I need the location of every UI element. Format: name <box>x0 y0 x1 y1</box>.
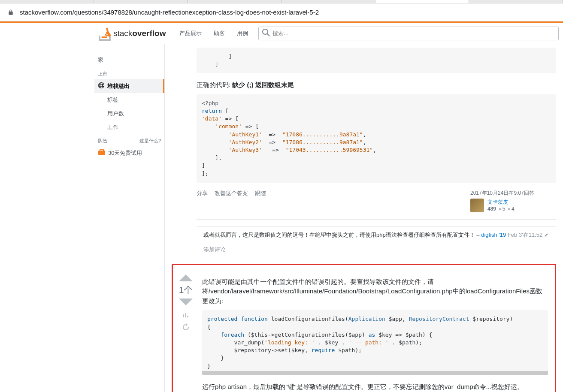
logo-text: stackoverflow <box>113 29 166 38</box>
sidebar-tags[interactable]: 标签 <box>94 93 164 107</box>
browser-tab[interactable] <box>469 0 563 3</box>
url-text[interactable]: stackoverflow.com/questions/34978828/unc… <box>20 9 319 16</box>
separator <box>197 219 556 220</box>
answer-time: 2017年10月24日在9:07回答 <box>470 190 556 197</box>
user-stats: 489 ●5 ●4 <box>487 206 515 212</box>
sidebar-home[interactable]: 家 <box>94 54 164 67</box>
sidebar-stackoverflow[interactable]: 堆栈溢出 <box>94 79 164 93</box>
url-bar: stackoverflow.com/questions/34978828/unc… <box>0 3 563 21</box>
correct-code-para: 正确的代码: 缺少 (;) 返回数组末尾 <box>197 80 556 90</box>
browser-tab[interactable] <box>0 0 94 3</box>
history-icon[interactable] <box>182 323 190 331</box>
comment: 或者就我而言，这只是数组值之间的逗号！在绝望中挠头之前，请使用php语法检查器仔… <box>197 226 556 242</box>
sidebar-users[interactable]: 用户数 <box>94 107 164 121</box>
answer-para-1: 此错误可能是由其中一个配置文件中的错误引起的。要查找导致该文件的文件，请将/ve… <box>202 277 548 306</box>
search-input[interactable] <box>272 30 555 36</box>
briefcase-icon <box>98 148 108 157</box>
comment-author[interactable]: digfish '19 <box>481 232 506 238</box>
nav-usecases[interactable]: 用例 <box>231 30 254 37</box>
sidebar-public-head: 上市 <box>94 67 164 79</box>
globe-icon <box>98 82 107 90</box>
site-header: stackoverflow 产品展示 顾客 用例 <box>0 23 563 44</box>
pencil-icon <box>544 232 549 238</box>
logo-icon <box>99 26 112 41</box>
browser-tabs <box>0 0 563 3</box>
share-link[interactable]: 分享 <box>197 190 208 197</box>
nav-products[interactable]: 产品展示 <box>173 30 208 37</box>
edit-link[interactable]: 改善这个答案 <box>215 190 248 197</box>
sidebar-what[interactable]: 这是什么? <box>139 138 161 144</box>
upvote-button[interactable] <box>178 273 194 282</box>
sidebar-teams-head: 队伍 这是什么? <box>94 134 164 146</box>
svg-rect-1 <box>100 149 103 151</box>
downvote-button[interactable] <box>178 298 194 307</box>
vote-controls: 1个 <box>176 273 195 392</box>
sidebar: 家 上市 堆栈溢出 标签 用户数 工作 队伍 这是什么? 30天免费试用 <box>94 44 165 392</box>
logo[interactable]: stackoverflow <box>99 26 166 41</box>
browser-tab[interactable] <box>94 0 188 3</box>
user-name[interactable]: 文卡茨皮 <box>487 199 515 206</box>
add-comment-link[interactable]: 添加评论 <box>197 242 556 257</box>
code-block-load: protected function loadConfigurationFile… <box>202 310 548 375</box>
code-block-top: ] ] <box>197 48 556 73</box>
sidebar-trial[interactable]: 30天免费试用 <box>94 146 164 160</box>
activity-icon[interactable] <box>182 311 190 319</box>
browser-tab[interactable] <box>188 0 282 3</box>
search-icon <box>262 29 272 38</box>
follow-link[interactable]: 跟随 <box>255 190 266 197</box>
answer-author-card: 2017年10月24日在9:07回答 文卡茨皮 489 ●5 ●4 <box>470 190 556 212</box>
search-box[interactable] <box>258 27 559 40</box>
highlighted-answer: 1个 此错误可能是由其中一个配置文件中的错误引起的。要查找导致该文件的文件，请将… <box>172 264 556 392</box>
vote-count: 1个 <box>179 284 193 296</box>
main-content: ] ] 正确的代码: 缺少 (;) 返回数组末尾 <?php return [ … <box>165 44 563 392</box>
nav-customers[interactable]: 顾客 <box>208 30 231 37</box>
avatar[interactable] <box>470 199 484 212</box>
lock-icon <box>8 9 14 15</box>
answer-para-2: 运行php artisan，最后加载的"键"是导致错误的配置文件。更正它，不要忘… <box>202 382 548 392</box>
browser-tab-active[interactable] <box>375 0 469 3</box>
code-block-correct: <?php return [ 'data' => [ 'common' => [… <box>197 94 556 183</box>
sidebar-jobs[interactable]: 工作 <box>94 121 164 134</box>
post-menu: 分享 改善这个答案 跟随 <box>197 190 470 197</box>
browser-tab[interactable] <box>282 0 375 3</box>
